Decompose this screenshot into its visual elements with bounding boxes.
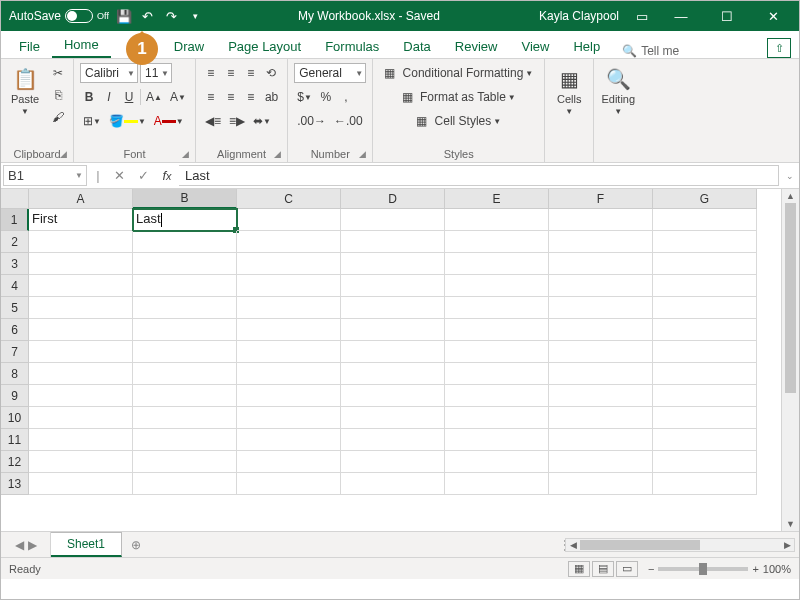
cell-C10[interactable] [237,407,341,429]
autosave-switch[interactable] [65,9,93,23]
font-name-combo[interactable]: Calibri▼ [80,63,138,83]
normal-view-button[interactable]: ▦ [568,561,590,577]
tab-data[interactable]: Data [391,35,442,58]
vertical-scrollbar[interactable]: ▲ ▼ [781,189,799,531]
cell-C9[interactable] [237,385,341,407]
align-center-button[interactable]: ≡ [222,87,240,107]
borders-button[interactable]: ⊞▼ [80,111,104,131]
cell-F12[interactable] [549,451,653,473]
row-header-11[interactable]: 11 [1,429,29,451]
align-right-button[interactable]: ≡ [242,87,260,107]
maximize-button[interactable]: ☐ [705,1,749,31]
column-header-A[interactable]: A [29,189,133,209]
row-header-6[interactable]: 6 [1,319,29,341]
scroll-up-icon[interactable]: ▲ [782,189,799,203]
cell-G3[interactable] [653,253,757,275]
column-header-B[interactable]: B [133,189,237,209]
cell-A6[interactable] [29,319,133,341]
row-header-8[interactable]: 8 [1,363,29,385]
cell-D5[interactable] [341,297,445,319]
cell-C13[interactable] [237,473,341,495]
name-box[interactable]: B1▼ [3,165,87,186]
cell-E8[interactable] [445,363,549,385]
tab-formulas[interactable]: Formulas [313,35,391,58]
hscroll-thumb[interactable] [580,540,700,550]
cell-B7[interactable] [133,341,237,363]
tab-view[interactable]: View [509,35,561,58]
cell-styles-button[interactable]: ▦ Cell Styles▼ [379,111,538,131]
cell-G11[interactable] [653,429,757,451]
cell-G5[interactable] [653,297,757,319]
clipboard-dialog-launcher[interactable]: ◢ [60,149,67,159]
font-dialog-launcher[interactable]: ◢ [182,149,189,159]
italic-button[interactable]: I [100,87,118,107]
increase-decimal-button[interactable]: .00→ [294,111,329,131]
cell-C11[interactable] [237,429,341,451]
cell-B4[interactable] [133,275,237,297]
align-top-button[interactable]: ≡ [202,63,220,83]
cell-F6[interactable] [549,319,653,341]
cell-E12[interactable] [445,451,549,473]
cell-B9[interactable] [133,385,237,407]
cell-A5[interactable] [29,297,133,319]
cell-F1[interactable] [549,209,653,231]
wrap-text-button[interactable]: ab [262,87,281,107]
cell-A11[interactable] [29,429,133,451]
scroll-down-icon[interactable]: ▼ [782,517,799,531]
cell-E1[interactable] [445,209,549,231]
row-header-10[interactable]: 10 [1,407,29,429]
cell-D11[interactable] [341,429,445,451]
qat-customize-icon[interactable]: ▾ [187,7,205,25]
cell-G6[interactable] [653,319,757,341]
add-sheet-button[interactable]: ⊕ [122,532,150,557]
cell-E13[interactable] [445,473,549,495]
cell-A7[interactable] [29,341,133,363]
font-color-button[interactable]: A▼ [151,111,187,131]
cell-B12[interactable] [133,451,237,473]
cell-F9[interactable] [549,385,653,407]
cell-G7[interactable] [653,341,757,363]
decrease-font-button[interactable]: A▼ [167,87,189,107]
autosave-toggle[interactable]: AutoSave Off [9,9,109,23]
orientation-button[interactable]: ⟲ [262,63,280,83]
cell-D12[interactable] [341,451,445,473]
cell-D1[interactable] [341,209,445,231]
sheet-next-icon[interactable]: ▶ [28,538,37,552]
cell-G13[interactable] [653,473,757,495]
cell-E2[interactable] [445,231,549,253]
merge-button[interactable]: ⬌▼ [250,111,274,131]
row-header-7[interactable]: 7 [1,341,29,363]
share-button[interactable]: ⇧ [767,38,791,58]
cell-C8[interactable] [237,363,341,385]
cell-E3[interactable] [445,253,549,275]
row-header-12[interactable]: 12 [1,451,29,473]
cell-A8[interactable] [29,363,133,385]
percent-button[interactable]: % [317,87,335,107]
cell-D3[interactable] [341,253,445,275]
redo-icon[interactable]: ↷ [163,7,181,25]
cell-C7[interactable] [237,341,341,363]
conditional-formatting-button[interactable]: ▦ Conditional Formatting▼ [379,63,538,83]
zoom-slider[interactable] [658,567,748,571]
cell-G2[interactable] [653,231,757,253]
cell-G1[interactable] [653,209,757,231]
decrease-decimal-button[interactable]: ←.00 [331,111,366,131]
row-header-2[interactable]: 2 [1,231,29,253]
cell-E10[interactable] [445,407,549,429]
cell-C3[interactable] [237,253,341,275]
tab-page-layout[interactable]: Page Layout [216,35,313,58]
align-bottom-button[interactable]: ≡ [242,63,260,83]
cell-A9[interactable] [29,385,133,407]
select-all-corner[interactable] [1,189,29,209]
cell-F13[interactable] [549,473,653,495]
column-header-C[interactable]: C [237,189,341,209]
cell-A13[interactable] [29,473,133,495]
close-button[interactable]: ✕ [751,1,795,31]
cell-A10[interactable] [29,407,133,429]
tab-home[interactable]: Home [52,33,111,58]
tab-review[interactable]: Review [443,35,510,58]
cell-C5[interactable] [237,297,341,319]
cell-E9[interactable] [445,385,549,407]
sheet-tab-sheet1[interactable]: Sheet1 [51,532,122,557]
cut-button[interactable]: ✂ [49,63,67,83]
